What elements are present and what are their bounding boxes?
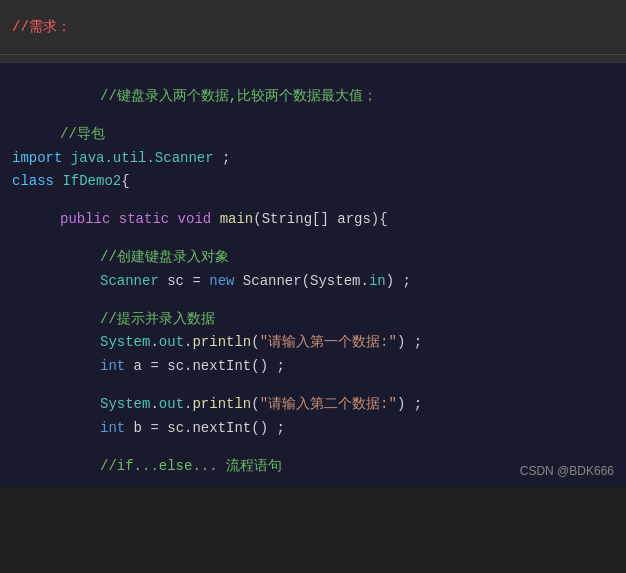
- int-kw-b: int: [100, 417, 125, 441]
- paren1-close: ): [397, 331, 405, 355]
- str2: "请输入第二个数据:": [260, 393, 397, 417]
- int-b-rest: b = sc.nextInt() ;: [125, 417, 285, 441]
- int-kw-a: int: [100, 355, 125, 379]
- code-line-comment-create: //创建键盘录入对象: [0, 246, 626, 270]
- method-brace: {: [379, 208, 387, 232]
- import-class: java.util.Scanner: [71, 147, 214, 171]
- scanner-dot: .: [360, 270, 368, 294]
- semi1: ;: [405, 331, 422, 355]
- scanner-type: Scanner: [100, 270, 159, 294]
- semi2: ;: [405, 393, 422, 417]
- dot2: .: [184, 331, 192, 355]
- class-kw: class: [12, 170, 54, 194]
- int-a-rest: a = sc.nextInt() ;: [125, 355, 285, 379]
- top-comment: //需求：: [12, 18, 71, 36]
- watermark: CSDN @BDK666: [520, 464, 614, 478]
- class-name: IfDemo2: [54, 170, 121, 194]
- str1: "请输入第一个数据:": [260, 331, 397, 355]
- paren1: (: [251, 331, 259, 355]
- code-line-intb: int b = sc.nextInt() ;: [0, 417, 626, 441]
- println1-method: println: [192, 331, 251, 355]
- code-line-method: public static void main (String[] args) …: [0, 208, 626, 232]
- method-name: main: [220, 208, 254, 232]
- code-line-println1: System . out . println ( "请输入第一个数据:" ) ;: [0, 331, 626, 355]
- scrollbar-area[interactable]: [0, 55, 626, 63]
- import-semi: ;: [214, 147, 231, 171]
- system1: System: [100, 331, 150, 355]
- top-bar: //需求：: [0, 0, 626, 55]
- code-line-import: import java.util.Scanner ;: [0, 147, 626, 171]
- code-line-class: class IfDemo2 {: [0, 170, 626, 194]
- comment2-text: //导包: [60, 123, 105, 147]
- out2: out: [159, 393, 184, 417]
- code-line-scanner: Scanner sc = new Scanner(System . in ) ;: [0, 270, 626, 294]
- import-kw: import: [12, 147, 62, 171]
- code-line-inta: int a = sc.nextInt() ;: [0, 355, 626, 379]
- scanner-end: ) ;: [386, 270, 411, 294]
- dot4: .: [184, 393, 192, 417]
- space1: [62, 147, 70, 171]
- scanner-in: in: [369, 270, 386, 294]
- scanner-rest: sc =: [159, 270, 209, 294]
- scanner-constructor: Scanner(System: [234, 270, 360, 294]
- println2-method: println: [192, 393, 251, 417]
- out1: out: [159, 331, 184, 355]
- dot1: .: [150, 331, 158, 355]
- code-line-comment2: //导包: [0, 123, 626, 147]
- code-line-comment1: //键盘录入两个数据,比较两个数据最大值；: [0, 85, 626, 109]
- comment-create-text: //创建键盘录入对象: [100, 246, 229, 270]
- method-params: (String[] args): [253, 208, 379, 232]
- comment-prompt-text: //提示并录入数据: [100, 308, 215, 332]
- code-area: //键盘录入两个数据,比较两个数据最大值； //导包 import java.u…: [0, 63, 626, 486]
- comment1-text: //键盘录入两个数据,比较两个数据最大值；: [100, 85, 377, 109]
- paren2-close: ): [397, 393, 405, 417]
- new-kw: new: [209, 270, 234, 294]
- paren2: (: [251, 393, 259, 417]
- dot3: .: [150, 393, 158, 417]
- class-brace: {: [121, 170, 129, 194]
- comment-ifelse-text: //if...else... 流程语句: [100, 455, 282, 479]
- method-kw: public static void: [60, 208, 211, 232]
- space2: [211, 208, 219, 232]
- code-line-println2: System . out . println ( "请输入第二个数据:" ) ;: [0, 393, 626, 417]
- system2: System: [100, 393, 150, 417]
- code-line-comment-prompt: //提示并录入数据: [0, 308, 626, 332]
